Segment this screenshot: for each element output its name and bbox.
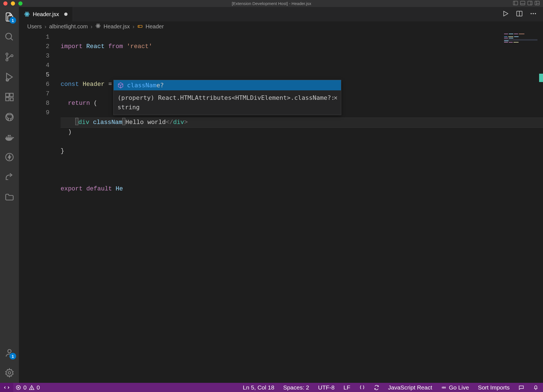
line-number: 4 (19, 61, 49, 70)
line-number: 6 (19, 80, 49, 89)
svg-rect-36 (138, 25, 142, 28)
close-window-button[interactable] (3, 1, 8, 6)
svg-rect-6 (535, 1, 539, 5)
svg-point-11 (6, 53, 8, 55)
suggest-documentation: (property) React.HTMLAttributes<HTMLDivE… (114, 90, 341, 115)
tabbar-actions (502, 10, 543, 18)
accounts-badge: 1 (9, 353, 16, 359)
activity-share[interactable] (4, 172, 15, 183)
activity-source-control[interactable] (4, 51, 15, 63)
suggest-item-classname[interactable]: className? (114, 80, 341, 90)
activity-run-debug[interactable] (4, 71, 15, 83)
status-cursor-position[interactable]: Ln 5, Col 18 (243, 384, 274, 391)
suggest-match: classNam (127, 82, 156, 89)
svg-point-21 (8, 349, 11, 353)
breadcrumb-seg[interactable]: albinetlight.com (49, 23, 88, 30)
status-go-live[interactable]: Go Live (441, 384, 469, 391)
errors-count: 0 (23, 384, 27, 391)
svg-rect-18 (10, 98, 13, 101)
svg-rect-2 (520, 1, 525, 5)
activity-extensions[interactable] (4, 91, 15, 103)
chevron-right-icon: › (91, 23, 93, 30)
run-file-icon[interactable] (502, 10, 509, 18)
line-number: 1 (19, 33, 49, 42)
layout-customize-icon[interactable] (535, 1, 540, 7)
activity-bar: 1 1 (0, 7, 19, 383)
line-number: 3 (19, 51, 49, 61)
status-feedback-icon[interactable] (519, 385, 524, 390)
activity-accounts[interactable]: 1 (4, 347, 15, 358)
tabbar: Header.jsx (19, 7, 543, 21)
activity-search[interactable] (4, 31, 15, 43)
svg-rect-4 (528, 1, 532, 5)
svg-point-31 (535, 13, 536, 14)
svg-rect-17 (6, 98, 9, 101)
activity-thunder[interactable] (4, 152, 15, 163)
tab-label: Header.jsx (33, 11, 59, 18)
titlebar-layout-controls (513, 1, 540, 7)
suggest-widget[interactable]: className? (property) React.HTMLAttribut… (113, 80, 341, 115)
svg-rect-15 (6, 93, 9, 97)
svg-point-32 (98, 25, 98, 26)
line-number: 5 (19, 70, 49, 80)
line-number: 9 (19, 108, 49, 118)
minimize-window-button[interactable] (11, 1, 15, 6)
status-braces-icon[interactable] (359, 385, 365, 390)
dirty-indicator-icon (64, 13, 68, 16)
explorer-badge: 1 (9, 17, 16, 24)
svg-point-12 (6, 59, 8, 61)
layout-panel-left-icon[interactable] (513, 1, 518, 7)
status-bell-icon[interactable] (533, 385, 539, 390)
line-number: 2 (19, 42, 49, 51)
close-icon[interactable]: × (334, 93, 338, 103)
breadcrumb-seg[interactable]: Header (146, 23, 164, 30)
status-encoding[interactable]: UTF-8 (318, 384, 335, 391)
line-number: 7 (19, 89, 49, 99)
svg-point-29 (530, 13, 532, 14)
activity-docker[interactable] (4, 132, 15, 143)
react-file-icon (95, 23, 101, 30)
svg-rect-16 (10, 93, 13, 97)
svg-line-10 (11, 38, 13, 41)
layout-panel-bottom-icon[interactable] (520, 1, 525, 7)
statusbar: 0 0 Ln 5, Col 18 Spaces: 2 UTF-8 LF Java… (0, 383, 543, 392)
status-eol[interactable]: LF (343, 384, 350, 391)
activity-github[interactable] (4, 111, 15, 123)
svg-point-13 (11, 55, 13, 57)
breadcrumb-seg[interactable]: Users (27, 23, 42, 30)
warnings-count: 0 (37, 384, 40, 391)
breadcrumb-seg[interactable]: Header.jsx (104, 23, 130, 30)
activity-settings[interactable] (4, 367, 15, 378)
activity-explorer[interactable]: 1 (4, 11, 15, 23)
window-controls (3, 1, 23, 6)
tab-header-jsx[interactable]: Header.jsx (19, 7, 73, 21)
maximize-window-button[interactable] (18, 1, 23, 6)
breadcrumbs[interactable]: Users › albinetlight.com › Header.jsx › … (19, 21, 543, 31)
status-sync-icon[interactable] (374, 385, 379, 390)
symbol-variable-icon (137, 24, 143, 29)
line-number-gutter: 1 2 3 4 5 6 7 8 9 (19, 31, 61, 383)
status-problems[interactable]: 0 0 (16, 384, 40, 391)
split-editor-icon[interactable] (516, 10, 523, 18)
svg-point-30 (533, 13, 534, 14)
suggest-rest: e? (156, 82, 164, 89)
more-actions-icon[interactable] (530, 10, 537, 18)
status-sort-imports[interactable]: Sort Imports (478, 384, 510, 391)
chevron-right-icon: › (133, 23, 134, 30)
svg-rect-0 (513, 1, 518, 5)
layout-panel-right-icon[interactable] (527, 1, 532, 7)
status-indentation[interactable]: Spaces: 2 (283, 384, 309, 391)
activity-folder[interactable] (4, 192, 15, 203)
react-file-icon (24, 11, 30, 17)
suggest-doc-text: (property) React.HTMLAttributes<HTMLDivE… (118, 94, 335, 111)
code-editor[interactable]: 1 2 3 4 5 6 7 8 9 import React from 'rea… (19, 31, 543, 383)
titlebar: [Extension Development Host] - Header.js… (0, 0, 543, 7)
svg-point-9 (6, 33, 12, 39)
svg-point-43 (443, 387, 445, 388)
remote-indicator[interactable] (0, 383, 13, 392)
editor-region: Header.jsx Users › albinetlight.com › He… (19, 7, 543, 383)
svg-point-22 (8, 372, 11, 374)
status-language-mode[interactable]: JavaScript React (388, 384, 432, 391)
overview-ruler-marker (539, 74, 543, 82)
minimap[interactable] (504, 34, 537, 45)
